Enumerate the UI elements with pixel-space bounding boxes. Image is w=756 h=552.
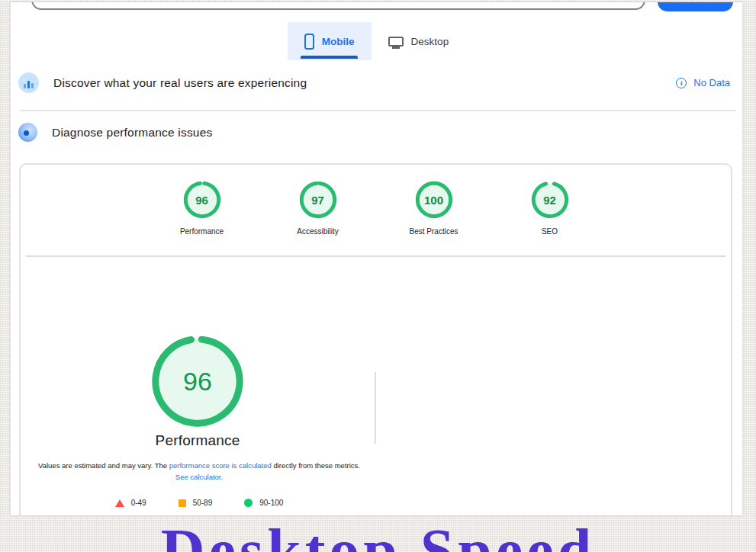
- tab-mobile-label: Mobile: [322, 36, 355, 47]
- seo-score-value: 92: [530, 180, 570, 220]
- score-item-performance[interactable]: 96 Performance: [162, 180, 242, 236]
- vertical-divider: [375, 372, 376, 444]
- section-divider: [20, 110, 736, 111]
- url-input[interactable]: [31, 2, 645, 10]
- pagespeed-page: Mobile Desktop Discover what your real u…: [11, 2, 742, 515]
- score-item-accessibility[interactable]: 97 Accessibility: [278, 180, 358, 236]
- no-data-link[interactable]: i No Data: [676, 77, 730, 88]
- no-data-label: No Data: [693, 77, 730, 88]
- disclaimer-text: Values are estimated and may vary. The: [38, 461, 169, 470]
- diagnose-title: Diagnose performance issues: [52, 126, 212, 140]
- tab-desktop-label: Desktop: [411, 36, 449, 47]
- desktop-speed-heading: Desktop Speed: [0, 516, 756, 552]
- legend-fail-range: 0-49: [131, 499, 146, 507]
- desktop-monitor-icon: [388, 37, 404, 47]
- best-practices-score-label: Best Practices: [410, 227, 458, 236]
- accessibility-score-label: Accessibility: [297, 227, 338, 236]
- diagnose-section-header: Diagnose performance issues: [18, 123, 212, 142]
- performance-main-label: Performance: [83, 432, 312, 449]
- legend-pass-range: 90-100: [259, 499, 283, 507]
- score-calc-link[interactable]: performance score is calculated: [169, 461, 272, 470]
- card-divider: [26, 255, 725, 257]
- bar-chart-icon: [18, 72, 39, 93]
- best-practices-score-value: 100: [414, 180, 454, 220]
- tab-desktop[interactable]: Desktop: [372, 22, 466, 60]
- device-tabs: Mobile Desktop: [11, 22, 742, 60]
- performance-score-gauge: 96: [182, 180, 222, 220]
- performance-score-label: Performance: [180, 227, 224, 236]
- best-practices-score-gauge: 100: [414, 180, 454, 220]
- category-scores-row: 96 Performance 97 Accessibility 100: [21, 180, 731, 236]
- legend-item-pass: 90-100: [244, 499, 283, 507]
- mobile-phone-icon: [304, 34, 314, 50]
- seo-score-gauge: 92: [530, 180, 570, 220]
- tab-mobile[interactable]: Mobile: [288, 22, 372, 60]
- legend-item-fail: 0-49: [115, 499, 146, 507]
- performance-score-value: 96: [182, 180, 222, 220]
- average-square-icon: [179, 499, 186, 507]
- score-legend: 0-49 50-89 90-100: [37, 499, 361, 507]
- lighthouse-report-card: 96 Performance 97 Accessibility 100: [19, 163, 732, 515]
- field-data-section-header: Discover what your real users are experi…: [18, 72, 730, 93]
- pass-circle-icon: [244, 499, 253, 507]
- score-disclaimer: Values are estimated and may vary. The p…: [37, 461, 361, 483]
- score-item-seo[interactable]: 92 SEO: [510, 180, 590, 236]
- disclaimer-text: directly from these metrics.: [272, 461, 360, 470]
- accessibility-score-gauge: 97: [298, 180, 338, 220]
- gauge-icon: [18, 123, 37, 142]
- active-tab-underline: [301, 56, 358, 59]
- score-item-best-practices[interactable]: 100 Best Practices: [394, 180, 474, 236]
- info-icon: i: [676, 78, 687, 88]
- legend-item-average: 50-89: [179, 499, 213, 507]
- performance-main-gauge: 96: [150, 333, 246, 429]
- fail-triangle-icon: [115, 499, 124, 507]
- screen: Mobile Desktop Discover what your real u…: [0, 0, 756, 552]
- see-calculator-link[interactable]: See calculator.: [175, 473, 223, 481]
- performance-main-score: 96: [150, 333, 246, 429]
- analyze-button[interactable]: [658, 2, 733, 11]
- accessibility-score-value: 97: [298, 180, 338, 220]
- seo-score-label: SEO: [542, 227, 558, 236]
- legend-average-range: 50-89: [193, 499, 213, 507]
- field-data-title: Discover what your real users are experi…: [53, 76, 307, 90]
